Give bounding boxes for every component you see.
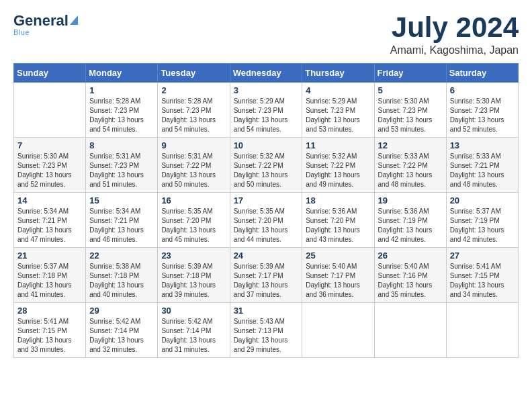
day-number: 12 — [378, 140, 443, 150]
table-row: 30Sunrise: 5:42 AMSunset: 7:14 PMDayligh… — [158, 303, 230, 358]
table-row: 17Sunrise: 5:35 AMSunset: 7:20 PMDayligh… — [230, 193, 302, 248]
day-info: Sunrise: 5:35 AMSunset: 7:20 PMDaylight:… — [234, 207, 299, 244]
table-row: 19Sunrise: 5:36 AMSunset: 7:19 PMDayligh… — [374, 193, 446, 248]
col-sunday: Sunday — [14, 64, 86, 83]
day-info: Sunrise: 5:32 AMSunset: 7:22 PMDaylight:… — [306, 152, 370, 189]
month-title: July 2024 — [390, 13, 519, 42]
day-info: Sunrise: 5:33 AMSunset: 7:21 PMDaylight:… — [450, 152, 515, 189]
day-info: Sunrise: 5:32 AMSunset: 7:22 PMDaylight:… — [234, 152, 299, 189]
table-row — [14, 83, 86, 138]
table-row: 20Sunrise: 5:37 AMSunset: 7:19 PMDayligh… — [446, 193, 518, 248]
table-row — [302, 303, 374, 358]
day-info: Sunrise: 5:29 AMSunset: 7:23 PMDaylight:… — [234, 97, 299, 134]
day-info: Sunrise: 5:33 AMSunset: 7:22 PMDaylight:… — [378, 152, 443, 189]
calendar-header-row: Sunday Monday Tuesday Wednesday Thursday… — [14, 64, 519, 83]
day-number: 28 — [17, 306, 82, 316]
calendar-week-row: 28Sunrise: 5:41 AMSunset: 7:15 PMDayligh… — [14, 303, 519, 358]
day-number: 14 — [17, 195, 82, 205]
day-info: Sunrise: 5:31 AMSunset: 7:22 PMDaylight:… — [161, 152, 226, 189]
day-info: Sunrise: 5:38 AMSunset: 7:18 PMDaylight:… — [89, 262, 154, 300]
day-number: 4 — [306, 85, 370, 95]
day-number: 30 — [161, 306, 226, 316]
title-block: July 2024 Amami, Kagoshima, Japan — [390, 13, 519, 56]
day-info: Sunrise: 5:29 AMSunset: 7:23 PMDaylight:… — [306, 97, 370, 134]
table-row: 23Sunrise: 5:39 AMSunset: 7:18 PMDayligh… — [158, 248, 230, 303]
day-info: Sunrise: 5:28 AMSunset: 7:23 PMDaylight:… — [161, 97, 226, 134]
table-row: 27Sunrise: 5:41 AMSunset: 7:15 PMDayligh… — [446, 248, 518, 303]
day-number: 6 — [450, 85, 515, 95]
logo: General Blue — [13, 13, 78, 36]
table-row: 24Sunrise: 5:39 AMSunset: 7:17 PMDayligh… — [230, 248, 302, 303]
day-info: Sunrise: 5:41 AMSunset: 7:15 PMDaylight:… — [450, 262, 515, 300]
day-number: 22 — [89, 250, 154, 261]
calendar-week-row: 21Sunrise: 5:37 AMSunset: 7:18 PMDayligh… — [14, 248, 519, 303]
day-info: Sunrise: 5:36 AMSunset: 7:19 PMDaylight:… — [378, 207, 443, 244]
day-number: 1 — [89, 85, 154, 95]
day-number: 18 — [306, 195, 370, 205]
table-row: 11Sunrise: 5:32 AMSunset: 7:22 PMDayligh… — [302, 138, 374, 193]
col-wednesday: Wednesday — [230, 64, 302, 83]
day-info: Sunrise: 5:30 AMSunset: 7:23 PMDaylight:… — [450, 97, 515, 134]
col-thursday: Thursday — [302, 64, 374, 83]
day-number: 21 — [17, 250, 82, 261]
location-title: Amami, Kagoshima, Japan — [390, 44, 519, 56]
day-number: 31 — [234, 306, 299, 316]
day-number: 23 — [161, 250, 226, 261]
day-number: 24 — [234, 250, 299, 261]
table-row: 29Sunrise: 5:42 AMSunset: 7:14 PMDayligh… — [86, 303, 158, 358]
day-info: Sunrise: 5:43 AMSunset: 7:13 PMDaylight:… — [234, 317, 299, 355]
day-info: Sunrise: 5:30 AMSunset: 7:23 PMDaylight:… — [378, 97, 443, 134]
table-row: 9Sunrise: 5:31 AMSunset: 7:22 PMDaylight… — [158, 138, 230, 193]
day-number: 9 — [161, 140, 226, 150]
day-info: Sunrise: 5:39 AMSunset: 7:18 PMDaylight:… — [161, 262, 226, 300]
day-number: 16 — [161, 195, 226, 205]
day-info: Sunrise: 5:36 AMSunset: 7:20 PMDaylight:… — [306, 207, 370, 244]
table-row: 26Sunrise: 5:40 AMSunset: 7:16 PMDayligh… — [374, 248, 446, 303]
table-row: 28Sunrise: 5:41 AMSunset: 7:15 PMDayligh… — [14, 303, 86, 358]
logo-arrow-icon — [70, 15, 78, 25]
day-info: Sunrise: 5:37 AMSunset: 7:18 PMDaylight:… — [17, 262, 82, 300]
col-friday: Friday — [374, 64, 446, 83]
day-info: Sunrise: 5:41 AMSunset: 7:15 PMDaylight:… — [17, 317, 82, 355]
day-number: 13 — [450, 140, 515, 150]
col-monday: Monday — [86, 64, 158, 83]
day-number: 26 — [378, 250, 443, 261]
calendar-table: Sunday Monday Tuesday Wednesday Thursday… — [13, 63, 519, 358]
calendar-week-row: 7Sunrise: 5:30 AMSunset: 7:23 PMDaylight… — [14, 138, 519, 193]
day-info: Sunrise: 5:30 AMSunset: 7:23 PMDaylight:… — [17, 152, 82, 189]
table-row — [374, 303, 446, 358]
day-info: Sunrise: 5:42 AMSunset: 7:14 PMDaylight:… — [89, 317, 154, 355]
day-info: Sunrise: 5:42 AMSunset: 7:14 PMDaylight:… — [161, 317, 226, 355]
page-header: General Blue July 2024 Amami, Kagoshima,… — [13, 13, 519, 56]
day-number: 17 — [234, 195, 299, 205]
day-info: Sunrise: 5:40 AMSunset: 7:17 PMDaylight:… — [306, 262, 370, 300]
day-info: Sunrise: 5:39 AMSunset: 7:17 PMDaylight:… — [234, 262, 299, 300]
day-number: 5 — [378, 85, 443, 95]
day-number: 15 — [89, 195, 154, 205]
table-row: 25Sunrise: 5:40 AMSunset: 7:17 PMDayligh… — [302, 248, 374, 303]
day-number: 7 — [17, 140, 82, 150]
day-info: Sunrise: 5:35 AMSunset: 7:20 PMDaylight:… — [161, 207, 226, 244]
logo-text-general: General — [13, 13, 69, 28]
calendar-week-row: 14Sunrise: 5:34 AMSunset: 7:21 PMDayligh… — [14, 193, 519, 248]
day-number: 20 — [450, 195, 515, 205]
table-row: 3Sunrise: 5:29 AMSunset: 7:23 PMDaylight… — [230, 83, 302, 138]
table-row: 22Sunrise: 5:38 AMSunset: 7:18 PMDayligh… — [86, 248, 158, 303]
day-number: 11 — [306, 140, 370, 150]
table-row: 16Sunrise: 5:35 AMSunset: 7:20 PMDayligh… — [158, 193, 230, 248]
day-info: Sunrise: 5:31 AMSunset: 7:23 PMDaylight:… — [89, 152, 154, 189]
table-row: 6Sunrise: 5:30 AMSunset: 7:23 PMDaylight… — [446, 83, 518, 138]
table-row: 12Sunrise: 5:33 AMSunset: 7:22 PMDayligh… — [374, 138, 446, 193]
day-number: 19 — [378, 195, 443, 205]
table-row: 14Sunrise: 5:34 AMSunset: 7:21 PMDayligh… — [14, 193, 86, 248]
day-number: 29 — [89, 306, 154, 316]
table-row: 1Sunrise: 5:28 AMSunset: 7:23 PMDaylight… — [86, 83, 158, 138]
day-info: Sunrise: 5:37 AMSunset: 7:19 PMDaylight:… — [450, 207, 515, 244]
day-info: Sunrise: 5:34 AMSunset: 7:21 PMDaylight:… — [17, 207, 82, 244]
table-row: 31Sunrise: 5:43 AMSunset: 7:13 PMDayligh… — [230, 303, 302, 358]
day-info: Sunrise: 5:28 AMSunset: 7:23 PMDaylight:… — [89, 97, 154, 134]
col-saturday: Saturday — [446, 64, 518, 83]
day-number: 27 — [450, 250, 515, 261]
day-number: 10 — [234, 140, 299, 150]
table-row: 4Sunrise: 5:29 AMSunset: 7:23 PMDaylight… — [302, 83, 374, 138]
